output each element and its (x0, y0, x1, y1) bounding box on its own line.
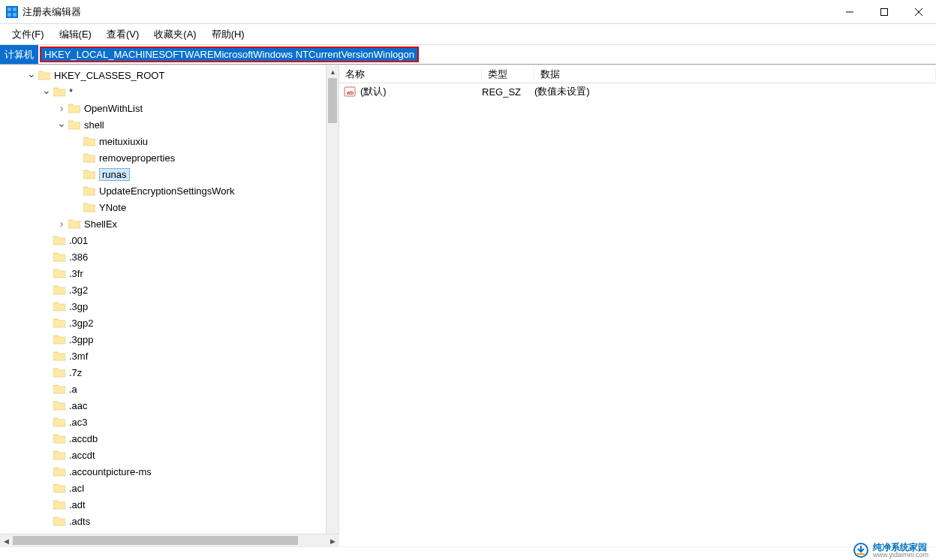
tree-item-label: meituxiuxiu (99, 136, 152, 147)
value-type: REG_SZ (482, 86, 534, 98)
svg-text:ab: ab (347, 89, 354, 96)
content-area: ⌄HKEY_CLASSES_ROOT⌄*›OpenWithList⌄shellm… (0, 65, 936, 546)
tree-item-label: .accdt (69, 450, 100, 461)
folder-icon (83, 168, 96, 180)
minimize-button[interactable] (832, 0, 867, 23)
folder-icon (53, 333, 66, 345)
tree-item[interactable]: ⌄HKEY_CLASSES_ROOT (0, 67, 339, 83)
tree-item[interactable]: .3mf (0, 348, 339, 364)
tree-item[interactable]: ⌄* (0, 83, 339, 100)
svg-rect-6 (881, 8, 888, 15)
folder-icon (53, 498, 66, 510)
tree-item[interactable]: runas (0, 166, 339, 182)
tree-item[interactable]: ›ShellEx (0, 215, 339, 232)
tree-item[interactable]: .7z (0, 364, 339, 381)
chevron-right-icon[interactable]: › (56, 218, 68, 230)
tree-item[interactable]: .a (0, 381, 339, 397)
col-header-type[interactable]: 类型 (482, 68, 534, 81)
menu-edit[interactable]: 编辑(E) (53, 26, 98, 44)
tree-item-label: .3g2 (69, 285, 92, 296)
tree-item-label: .3mf (69, 351, 92, 362)
svg-rect-1 (8, 8, 11, 11)
tree-horizontal-scrollbar[interactable]: ◀ ▶ (0, 534, 339, 546)
tree-item[interactable]: ›OpenWithList (0, 100, 339, 116)
col-header-data[interactable]: 数据 (534, 68, 936, 81)
regedit-app-icon (6, 6, 18, 18)
tree-item[interactable]: .acl (0, 480, 339, 496)
menu-view[interactable]: 查看(V) (101, 26, 145, 44)
watermark-url: www.yidaimei.com (873, 552, 928, 558)
tree-item[interactable]: .386 (0, 248, 339, 265)
tree-item[interactable]: .ac3 (0, 414, 339, 430)
tree-item[interactable]: ⌄shell (0, 116, 339, 133)
menu-file[interactable]: 文件(F) (6, 26, 50, 44)
tree-item-label: removeproperties (99, 152, 179, 164)
chevron-down-icon[interactable]: ⌄ (56, 117, 68, 129)
value-row[interactable]: ab(默认)REG_SZ(数值未设置) (339, 83, 936, 100)
tree-item[interactable]: .accdt (0, 447, 339, 463)
folder-icon (53, 383, 66, 395)
tree-item-label: .adts (69, 516, 95, 527)
menu-help[interactable]: 帮助(H) (206, 26, 251, 44)
tree-vertical-scrollbar[interactable]: ▲ ▼ (326, 65, 339, 546)
folder-icon (83, 152, 96, 164)
tree-item-label: shell (84, 119, 109, 131)
tree-item[interactable]: YNote (0, 199, 339, 215)
tree-item-label: .7z (69, 367, 86, 378)
maximize-button[interactable] (867, 0, 901, 23)
folder-icon (53, 416, 66, 428)
tree-item-label: YNote (99, 202, 131, 213)
registry-tree[interactable]: ⌄HKEY_CLASSES_ROOT⌄*›OpenWithList⌄shellm… (0, 65, 339, 529)
tree-item-label: .ac3 (69, 417, 92, 428)
tree-item[interactable]: UpdateEncryptionSettingsWork (0, 182, 339, 199)
tree-item[interactable]: .adt (0, 496, 339, 513)
close-button[interactable] (901, 0, 936, 23)
svg-rect-2 (13, 8, 17, 11)
folder-icon (53, 449, 66, 461)
col-header-name[interactable]: 名称 (339, 68, 482, 81)
tree-item[interactable]: .accountpicture-ms (0, 463, 339, 480)
scroll-thumb[interactable] (328, 78, 337, 123)
tree-item[interactable]: .3g2 (0, 282, 339, 298)
tree-item[interactable]: .adts (0, 513, 339, 529)
tree-item[interactable]: .3gpp (0, 331, 339, 348)
scroll-left-arrow[interactable]: ◀ (0, 534, 13, 547)
scroll-up-arrow[interactable]: ▲ (327, 65, 339, 78)
folder-icon (53, 515, 66, 527)
folder-icon (38, 69, 51, 81)
tree-item[interactable]: .accdb (0, 430, 339, 447)
scroll-right-arrow[interactable]: ▶ (327, 534, 339, 547)
folder-icon (53, 251, 66, 263)
tree-item-label: .accdb (69, 433, 102, 444)
menu-favorites[interactable]: 收藏夹(A) (148, 26, 202, 44)
folder-icon (53, 267, 66, 279)
watermark-text: 纯净系统家园 (873, 543, 928, 552)
tree-item[interactable]: .001 (0, 232, 339, 248)
address-path: HKEY_LOCAL_MACHINESOFTWAREMicrosoftWindo… (40, 47, 419, 62)
tree-item[interactable]: meituxiuxiu (0, 133, 339, 149)
folder-icon (53, 399, 66, 411)
folder-icon (53, 234, 66, 246)
list-header: 名称 类型 数据 (339, 65, 936, 83)
folder-icon (83, 185, 96, 197)
tree-item[interactable]: .aac (0, 397, 339, 414)
address-prefix: 计算机 (0, 45, 38, 64)
tree-item[interactable]: .3gp (0, 298, 339, 315)
hscroll-thumb[interactable] (13, 536, 298, 545)
chevron-right-icon[interactable]: › (56, 102, 68, 114)
svg-rect-4 (13, 13, 17, 17)
tree-item[interactable]: removeproperties (0, 149, 339, 166)
titlebar: 注册表编辑器 (0, 0, 936, 24)
tree-item-label: HKEY_CLASSES_ROOT (54, 70, 169, 81)
tree-item[interactable]: .3gp2 (0, 315, 339, 331)
address-input[interactable]: HKEY_LOCAL_MACHINESOFTWAREMicrosoftWindo… (38, 45, 936, 64)
status-bar (0, 546, 936, 560)
value-list-pane: 名称 类型 数据 ab(默认)REG_SZ(数值未设置) (339, 65, 936, 546)
tree-item-label: .a (69, 384, 82, 395)
chevron-down-icon[interactable]: ⌄ (26, 68, 38, 80)
watermark-icon (853, 543, 868, 558)
tree-item[interactable]: .3fr (0, 265, 339, 282)
chevron-down-icon[interactable]: ⌄ (41, 84, 53, 96)
value-list[interactable]: ab(默认)REG_SZ(数值未设置) (339, 83, 936, 546)
tree-item-label: .386 (69, 251, 92, 263)
